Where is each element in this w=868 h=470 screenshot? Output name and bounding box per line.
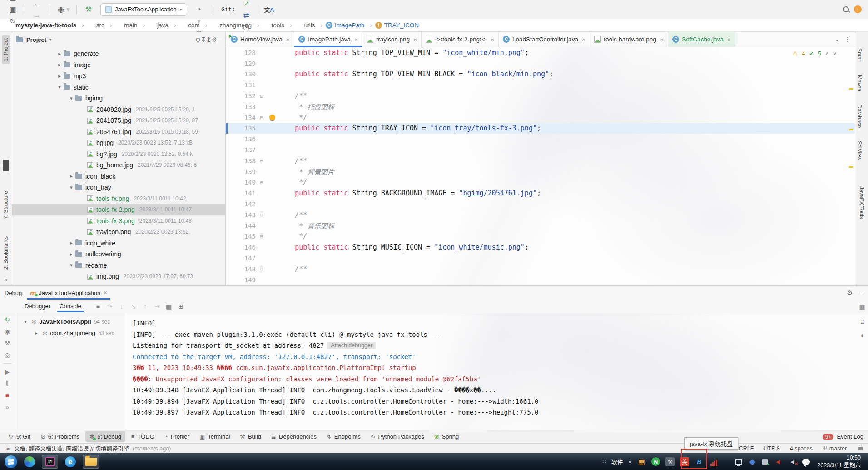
event-log-button[interactable]: 9+ Event Log <box>823 433 863 440</box>
tool-window-tab[interactable]: ▣ Terminal <box>195 431 234 442</box>
more-icon[interactable]: » <box>5 404 9 411</box>
close-icon[interactable] <box>659 36 664 43</box>
code-line[interactable]: 144 * 音乐图标 <box>226 220 855 231</box>
save-icon[interactable]: ▣ <box>6 4 19 15</box>
search-everywhere-icon[interactable] <box>839 4 852 15</box>
tab-options-icon[interactable]: ⋮ <box>844 36 850 43</box>
code-line[interactable]: 139 * 背景图片 <box>226 166 855 177</box>
tray-volume-muted-icon[interactable]: ◄ <box>788 457 797 466</box>
debugger-tree-row[interactable]: ▾ ✻ JavaFxToolsAppli 54 sec <box>15 316 126 327</box>
back-icon[interactable]: ← <box>30 0 43 10</box>
forward-icon[interactable]: → <box>30 10 43 21</box>
console-layout-icon[interactable]: ▤ <box>856 303 868 310</box>
tray-javafx-tools-icon[interactable]: ⚒ <box>665 457 675 466</box>
tool-window-tab[interactable]: ∿ Python Packages <box>367 431 428 442</box>
attach-debugger-link[interactable]: Attach debugger <box>327 342 376 349</box>
restore-layout-icon[interactable]: ▦ <box>163 303 175 310</box>
close-icon[interactable] <box>412 36 417 43</box>
next-problem-icon[interactable]: ∨ <box>833 50 837 56</box>
right-stripe-item[interactable]: Smali <box>855 45 863 65</box>
tree-chevron-icon[interactable]: ▸ <box>55 62 64 68</box>
sidebar-item-bookmarks[interactable]: 2: Bookmarks <box>2 234 10 272</box>
tool-window-tab[interactable]: Ψ 9: Git <box>5 431 35 442</box>
tree-row[interactable]: ▸ icon_black <box>12 171 225 182</box>
code-line[interactable]: 140 ⊟ */ <box>226 177 855 188</box>
taskbar-toolbar-label[interactable]: 软件 <box>611 457 623 466</box>
editor-tab[interactable]: trayicon.png <box>362 32 422 47</box>
right-stripe-item[interactable]: Maven <box>855 72 863 94</box>
taskbar-app[interactable] <box>21 455 38 469</box>
show-execution-point-icon[interactable]: ↷ <box>104 303 116 310</box>
console-menu-icon[interactable]: ≡ <box>92 303 104 310</box>
taskbar-app[interactable] <box>83 455 99 469</box>
tray-usb-icon[interactable] <box>762 459 768 465</box>
status-indicator[interactable]: CRLF <box>739 445 754 452</box>
code-line[interactable]: 128 public static String TOP_VIEW_MIN = … <box>226 47 855 58</box>
tray-display-icon[interactable] <box>735 459 742 465</box>
hide-panel-icon[interactable]: ─ <box>217 36 222 43</box>
divider[interactable] <box>3 363 11 364</box>
tool-window-tab[interactable]: ↯ Endpoints <box>322 431 365 442</box>
breadcrumb-item[interactable]: java <box>148 22 179 29</box>
code-line[interactable]: 133 * 托盘图标 <box>226 101 855 112</box>
tree-row[interactable]: tools-fx-3.png 2023/3/11 0011 10:48 <box>12 215 225 227</box>
resume-icon[interactable]: ▶ <box>5 368 10 375</box>
status-indicator[interactable]: UTF-8 <box>764 445 779 452</box>
stop-disabled-icon[interactable]: ◉ <box>5 328 10 335</box>
code-line[interactable]: 143 ⊟ /** <box>226 210 855 220</box>
tree-row[interactable]: bg.jpg 2020/2/23 0023 13:52, 7.13 kB <box>12 137 225 149</box>
step-over-icon[interactable]: ↓ <box>116 303 128 310</box>
open-icon[interactable]: ▤ <box>6 0 19 4</box>
code-line[interactable]: 149 <box>226 275 855 285</box>
tree-row[interactable]: ▸ image <box>12 60 225 71</box>
close-icon[interactable] <box>285 36 290 43</box>
code-line[interactable]: 147 <box>226 253 855 264</box>
tree-chevron-icon[interactable]: ▸ <box>55 51 64 57</box>
tray-signal-icon[interactable] <box>709 457 718 466</box>
code-line[interactable]: 142 <box>226 199 855 210</box>
pause-icon[interactable]: ‖ <box>6 380 9 387</box>
right-stripe-item-javafx-tools[interactable]: JavaFX Tools <box>858 184 866 222</box>
tree-chevron-icon[interactable]: ▾ <box>67 185 75 190</box>
breadcrumb-item[interactable]: main <box>115 22 148 29</box>
tree-row[interactable]: ▾ bgimg <box>12 93 225 104</box>
tree-row[interactable]: ▸ generate <box>12 48 225 60</box>
code-line[interactable]: 130 public static String TOP_VIEW_MIN_BL… <box>226 69 855 80</box>
debug-session-tab[interactable]: m JavaFxToolsApplication ✕ <box>27 286 110 300</box>
fold-icon[interactable]: ⊟ <box>256 158 268 164</box>
tree-row[interactable]: ▾ static <box>12 82 225 93</box>
right-stripe-item[interactable]: Database <box>855 102 863 130</box>
more-tool-windows-icon[interactable]: » <box>4 276 7 283</box>
tree-row[interactable]: ▸ nullcoverimg <box>12 249 225 260</box>
scroll-to-end-icon[interactable]: ⇟ <box>861 331 864 339</box>
tool-window-tab[interactable]: ❀ Spring <box>430 431 463 442</box>
tree-chevron-icon[interactable]: ▾ <box>67 95 75 101</box>
tree-row[interactable]: bg2.jpg 2020/2/23 0023 13:52, 8.54 k <box>12 149 225 160</box>
rerun-icon[interactable]: ↻ <box>5 316 10 323</box>
editor-tab[interactable]: <<tools-fx-2.png>> <box>422 32 499 47</box>
code-line[interactable]: 138 ⊟ /** <box>226 155 855 166</box>
breadcrumb-item[interactable]: zhangmeng <box>210 22 262 29</box>
sidebar-item-project[interactable]: 1: Project <box>2 35 10 64</box>
hidden-tabs-icon[interactable]: ⌄ <box>835 36 840 43</box>
translate-icon[interactable]: 文A <box>264 5 274 14</box>
tree-row[interactable]: ▾ redame <box>12 260 225 271</box>
tree-row[interactable]: 2040920.jpg 2021/6/25 0025 15:29, 1 <box>12 104 225 115</box>
editor-tab[interactable]: tools-hardware.png <box>590 32 668 47</box>
tool-window-tab[interactable]: ⚒ Build <box>236 431 265 442</box>
debug-minimize-icon[interactable]: ─ <box>859 289 863 296</box>
debug-tab[interactable]: Debugger <box>20 300 55 312</box>
code-editor[interactable]: 128 public static String TOP_VIEW_MIN = … <box>226 47 855 285</box>
fold-icon[interactable]: ⊟ <box>256 212 268 218</box>
tree-row[interactable]: ▾ icon_tray <box>12 182 225 193</box>
tree-row[interactable]: bg_home.jpg 2021/7/29 0029 08:46, 6 <box>12 160 225 171</box>
evaluate-icon[interactable]: ⊞ <box>175 303 187 310</box>
status-message[interactable]: 文档: 翻译文档失败: 网络错误 // 切换翻译引擎 <box>14 444 129 453</box>
fold-icon[interactable]: ⊟ <box>256 234 268 240</box>
close-icon[interactable] <box>353 36 358 43</box>
debug-tab[interactable]: Console <box>55 300 86 312</box>
step-out-icon[interactable]: ↑ <box>139 303 151 310</box>
locate-icon[interactable]: ⊕ <box>195 36 201 43</box>
tray-shield-icon[interactable]: ◆ <box>748 457 757 466</box>
tree-row[interactable]: tools-fx.png 2023/3/11 0011 10:42, <box>12 193 225 205</box>
